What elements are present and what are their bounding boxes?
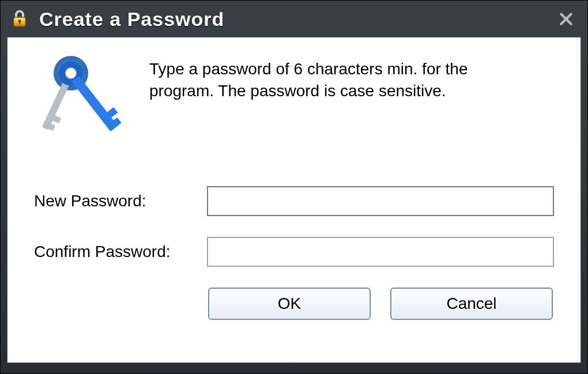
new-password-label: New Password: — [34, 192, 207, 210]
padlock-icon — [8, 7, 31, 31]
new-password-row: New Password: — [34, 186, 554, 216]
client-area: Type a password of 6 characters min. for… — [7, 37, 581, 363]
keys-icon — [34, 54, 126, 163]
instructions-text: Type a password of 6 characters min. for… — [149, 54, 518, 102]
cancel-button[interactable]: Cancel — [390, 288, 553, 320]
button-row: OK Cancel — [34, 288, 554, 320]
confirm-password-row: Confirm Password: — [34, 237, 554, 267]
svg-rect-2 — [19, 22, 20, 25]
confirm-password-input[interactable] — [207, 237, 554, 267]
new-password-input[interactable] — [207, 186, 554, 216]
confirm-password-label: Confirm Password: — [34, 243, 207, 261]
window-title: Create a Password — [39, 8, 556, 31]
dialog-window: Create a Password — [0, 0, 588, 374]
title-bar: Create a Password — [1, 1, 587, 37]
close-button[interactable] — [556, 9, 576, 29]
ok-button[interactable]: OK — [208, 288, 371, 320]
intro-row: Type a password of 6 characters min. for… — [34, 54, 554, 163]
